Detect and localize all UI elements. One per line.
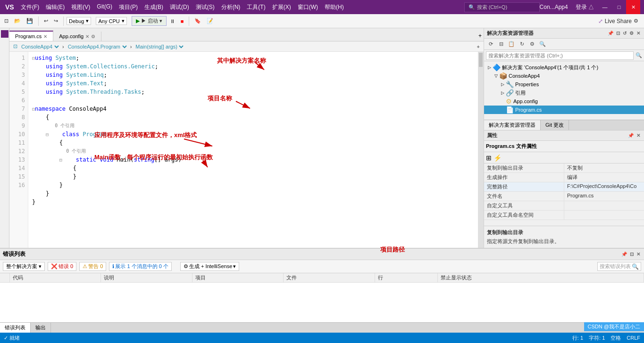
tab-close-app-config[interactable]: ✕ bbox=[85, 34, 89, 39]
props-row-fullpath[interactable]: 完整路径 F:\C#Project\ConsoleApp4\Co bbox=[484, 182, 644, 192]
menu-test[interactable]: 测试(S) bbox=[193, 2, 217, 12]
new-tab-btn[interactable]: + bbox=[477, 31, 484, 41]
menu-analyze[interactable]: 分析(N) bbox=[218, 2, 243, 12]
menu-extensions[interactable]: 扩展(X) bbox=[269, 2, 294, 12]
error-count-badge[interactable]: ❌ 错误 0 bbox=[48, 262, 76, 271]
expand-btn[interactable]: ⊡ bbox=[615, 31, 621, 36]
expand-properties[interactable]: ▷ bbox=[499, 82, 506, 87]
tab-output[interactable]: 输出 bbox=[31, 323, 51, 333]
menu-build[interactable]: 生成(B) bbox=[142, 2, 166, 12]
menu-tools[interactable]: 工具(T) bbox=[244, 2, 268, 12]
menu-debug[interactable]: 调试(D) bbox=[167, 2, 192, 12]
props-row-filename[interactable]: 文件名 Program.cs bbox=[484, 192, 644, 201]
expand-references[interactable]: ▷ bbox=[499, 90, 506, 95]
se-toolbar-filter[interactable]: ⚙ bbox=[527, 40, 537, 49]
tree-item-properties[interactable]: ▷ 🔧 Properties bbox=[484, 80, 644, 89]
maximize-button[interactable]: □ bbox=[612, 0, 626, 14]
editor-scrollbar[interactable] bbox=[478, 52, 484, 248]
error-search[interactable]: 搜索错误列表 🔍 bbox=[597, 262, 641, 271]
method-select[interactable]: Main(string[] args) bbox=[134, 43, 185, 50]
path-expand[interactable]: + bbox=[477, 44, 480, 49]
toolbar-save-all[interactable]: 💾 bbox=[24, 16, 35, 25]
tab-error-list[interactable]: 错误列表 bbox=[0, 323, 31, 333]
live-share-label[interactable]: Live Share bbox=[605, 18, 632, 24]
status-line[interactable]: 行: 1 bbox=[572, 335, 583, 342]
col-project[interactable]: 项目 bbox=[192, 273, 284, 283]
tab-settings-app-config[interactable]: ⚙ bbox=[91, 34, 95, 39]
toolbar-undo[interactable]: ↩ bbox=[42, 16, 50, 25]
props-row-build[interactable]: 生成操作 编译 bbox=[484, 173, 644, 182]
col-line[interactable]: 行 bbox=[375, 273, 438, 283]
class-select[interactable]: ConsoleApp4.Program bbox=[66, 43, 128, 50]
props-sort-icon[interactable]: ⚡ bbox=[493, 154, 502, 162]
menu-git[interactable]: Git(G) bbox=[94, 2, 115, 12]
error-list-pin-btn[interactable]: 📌 bbox=[620, 252, 628, 257]
tab-close-program[interactable]: ✕ bbox=[43, 34, 47, 39]
menu-project[interactable]: 项目(P) bbox=[116, 2, 141, 12]
tab-solution-explorer[interactable]: 解决方案资源管理器 bbox=[484, 120, 541, 130]
col-file[interactable]: 文件 bbox=[284, 273, 375, 283]
toolbar-new[interactable]: ⊡ bbox=[2, 16, 11, 25]
col-code[interactable]: 代码 bbox=[9, 273, 101, 283]
error-list-close-btn[interactable]: ✕ bbox=[636, 252, 641, 257]
props-pin-btn[interactable]: 📌 bbox=[627, 133, 635, 138]
se-toolbar-search[interactable]: 🔍 bbox=[538, 40, 547, 49]
menu-edit[interactable]: 编辑(E) bbox=[43, 2, 67, 12]
tab-app-config[interactable]: App.config ✕ ⚙ bbox=[53, 32, 101, 41]
props-row-copy[interactable]: 复制到输出目录 不复制 bbox=[484, 163, 644, 173]
error-list-float-btn[interactable]: ⊡ bbox=[629, 252, 635, 257]
status-space[interactable]: 空格 bbox=[611, 335, 621, 342]
props-row-namespace[interactable]: 自定义工具命名空间 bbox=[484, 211, 644, 220]
toolbar-stop[interactable]: ■ bbox=[178, 17, 186, 25]
tree-item-references[interactable]: ▷ 🔗 引用 bbox=[484, 89, 644, 97]
build-intellisense-filter[interactable]: ⚙ 生成 + IntelliSense ▾ bbox=[180, 262, 239, 271]
platform-dropdown[interactable]: Any CPU ▾ bbox=[96, 17, 126, 25]
minimize-button[interactable]: — bbox=[598, 0, 612, 14]
col-suppress[interactable]: 禁止显示状态 bbox=[437, 273, 644, 283]
error-filter-dropdown[interactable]: 整个解决方案 ▾ bbox=[3, 262, 45, 271]
tree-item-consoleapp4[interactable]: ▽ 📦 ConsoleApp4 bbox=[484, 72, 644, 80]
scrollbar-thumb[interactable] bbox=[479, 53, 483, 67]
code-area[interactable]: ⊟using System; using System.Collections.… bbox=[28, 52, 478, 248]
expand-consoleapp4[interactable]: ▽ bbox=[493, 74, 499, 78]
namespace-select[interactable]: ConsoleApp4 bbox=[19, 43, 60, 50]
message-count-badge[interactable]: ℹ 展示 1 个消息中的 0 个 bbox=[109, 262, 171, 271]
props-grid-icon[interactable]: ⊞ bbox=[486, 154, 492, 162]
toolbar-redo[interactable]: ↪ bbox=[51, 16, 60, 25]
warning-count-badge[interactable]: ⚠ 警告 0 bbox=[79, 262, 106, 271]
se-toolbar-props[interactable]: 📋 bbox=[507, 40, 516, 49]
settings-btn[interactable]: ⚙ bbox=[628, 31, 635, 36]
col-description[interactable]: 说明 bbox=[101, 273, 192, 283]
toolbar-comment[interactable]: 📝 bbox=[204, 16, 216, 25]
title-search[interactable]: 🔍 搜索 (Ctrl+Q) bbox=[464, 2, 540, 12]
tab-program-cs[interactable]: Program.cs ✕ bbox=[9, 31, 53, 41]
close-button[interactable]: ✕ bbox=[626, 0, 640, 14]
se-toolbar-refresh[interactable]: ↻ bbox=[517, 40, 527, 49]
tree-item-appconfig[interactable]: ⚙ App.config bbox=[484, 97, 644, 106]
activity-bar[interactable] bbox=[1, 30, 8, 38]
props-close-btn[interactable]: ✕ bbox=[636, 133, 641, 138]
toolbar-pause[interactable]: ⏸ bbox=[167, 17, 177, 25]
config-dropdown[interactable]: Debug ▾ bbox=[67, 17, 91, 25]
status-col[interactable]: 字符: 1 bbox=[589, 335, 605, 342]
start-button[interactable]: ▶ ▶ 启动 ▾ bbox=[132, 16, 167, 26]
menu-file[interactable]: 文件(F) bbox=[18, 2, 42, 12]
se-toolbar-collapse[interactable]: ⊟ bbox=[496, 40, 506, 49]
tree-item-solution[interactable]: ▷ 🔷 解决方案 'ConsoleApp4'(1 个项目/共 1 个) bbox=[484, 63, 644, 72]
menu-view[interactable]: 视图(V) bbox=[68, 2, 93, 12]
tab-git-changes[interactable]: Git 更改 bbox=[541, 120, 569, 130]
tree-item-program-cs[interactable]: 📄 Program.cs bbox=[484, 106, 644, 114]
se-toolbar-sync[interactable]: ⟳ bbox=[486, 40, 495, 49]
menu-help[interactable]: 帮助(H) bbox=[322, 2, 347, 12]
toolbar-open[interactable]: 📂 bbox=[12, 16, 23, 25]
menu-window[interactable]: 窗口(W) bbox=[295, 2, 321, 12]
close-panel-btn[interactable]: ✕ bbox=[636, 31, 641, 36]
pin-btn[interactable]: 📌 bbox=[607, 31, 614, 36]
solution-search-input[interactable] bbox=[486, 51, 634, 60]
toolbar-bookmark[interactable]: 🔖 bbox=[192, 16, 203, 25]
live-share-settings[interactable]: ⚙ bbox=[634, 18, 638, 24]
expand-solution[interactable]: ▷ bbox=[486, 65, 493, 70]
refresh-btn[interactable]: ↺ bbox=[622, 31, 627, 36]
props-row-customtool[interactable]: 自定义工具 bbox=[484, 201, 644, 211]
status-encoding[interactable]: CRLF bbox=[627, 335, 640, 341]
